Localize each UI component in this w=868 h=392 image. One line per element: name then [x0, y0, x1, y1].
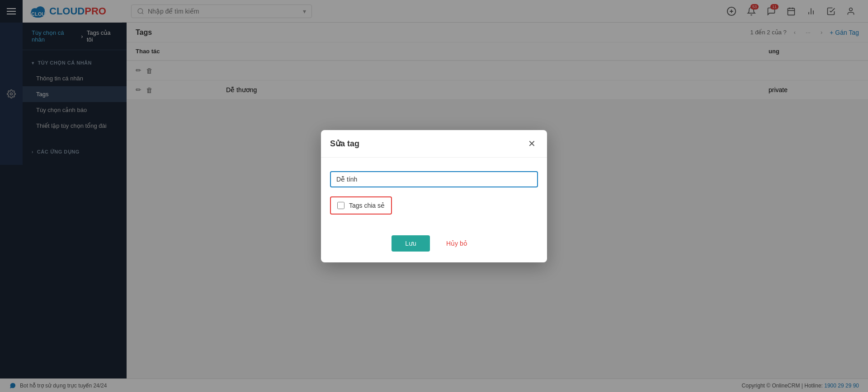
modal-title: Sửa tag [330, 139, 359, 149]
tag-name-input[interactable] [330, 171, 538, 187]
modal-body: Tags chia sẻ [321, 158, 547, 228]
shared-tag-checkbox[interactable] [337, 202, 344, 209]
shared-tag-label: Tags chia sẻ [349, 202, 385, 209]
cancel-button[interactable]: Hủy bỏ [437, 235, 476, 252]
modal-overlay: Sửa tag ✕ Tags chia sẻ Lưu Hủy bỏ [0, 0, 868, 392]
edit-tag-modal: Sửa tag ✕ Tags chia sẻ Lưu Hủy bỏ [321, 130, 547, 262]
modal-footer: Lưu Hủy bỏ [321, 228, 547, 262]
shared-tag-checkbox-row: Tags chia sẻ [330, 196, 392, 215]
save-button[interactable]: Lưu [392, 235, 430, 252]
modal-header: Sửa tag ✕ [321, 130, 547, 158]
modal-close-button[interactable]: ✕ [525, 137, 538, 150]
